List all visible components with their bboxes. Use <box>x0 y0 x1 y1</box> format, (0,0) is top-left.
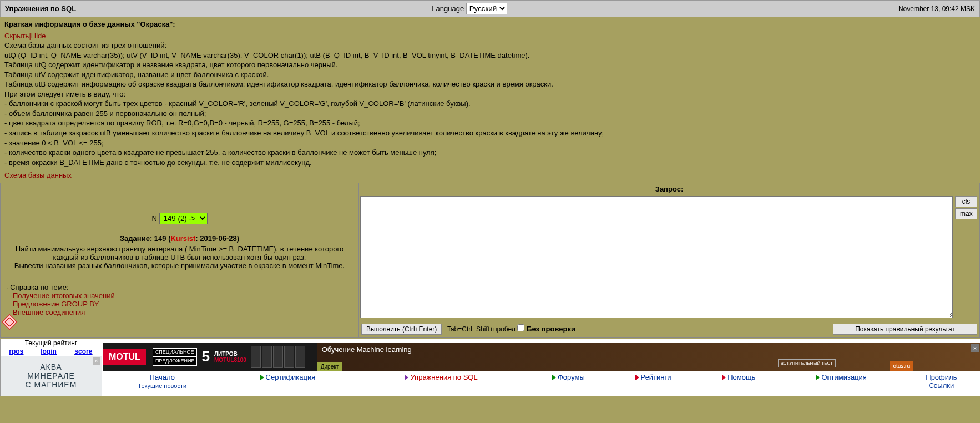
nav-links[interactable]: Ссылки <box>928 381 954 390</box>
shortcut-hint: Tab=Ctrl+Shift+пробел <box>444 325 516 333</box>
close-icon[interactable]: × <box>971 344 979 352</box>
motul-ad[interactable]: MOTUL СПЕЦИАЛЬНОЕ ПРЕДЛОЖЕНИЕ 5 ЛИТРОВ M… <box>103 343 317 371</box>
header-bar: Упражнения по SQL Language Русский Novem… <box>0 0 980 17</box>
max-button[interactable]: max <box>955 208 977 219</box>
query-label: Запрос: <box>359 183 979 195</box>
close-icon[interactable]: × <box>93 357 100 365</box>
nav-ratings[interactable]: Рейтинги <box>641 373 671 381</box>
execute-button[interactable]: Выполнить (Ctrl+Enter) <box>361 324 442 335</box>
nav-sql[interactable]: Упражнения по SQL <box>410 373 477 381</box>
arrow-icon <box>722 375 726 380</box>
db-info-block: Краткая информация о базе данных "Окраск… <box>0 17 980 183</box>
rating-col-score[interactable]: score <box>74 348 92 355</box>
nav-forums[interactable]: Форумы <box>558 373 585 381</box>
references-block: · Справка по теме: Получение итоговых зн… <box>2 281 357 316</box>
task-header: Задание: 149 (Kursist: 2019-06-28) <box>2 234 357 243</box>
arrow-icon <box>816 375 820 380</box>
db-info-text: Схема базы данных состоит из трех отноше… <box>4 41 976 167</box>
nav-opt[interactable]: Оптимизация <box>821 373 867 381</box>
arrow-icon <box>552 375 556 380</box>
arrow-icon <box>260 375 264 380</box>
nocheck-checkbox[interactable] <box>517 324 524 331</box>
rating-col-login[interactable]: login <box>41 348 57 355</box>
schema-link[interactable]: Схема базы данных <box>4 170 72 180</box>
language-label: Language <box>432 4 464 13</box>
page-title: Упражнения по SQL <box>1 1 248 17</box>
rating-title: Текущий рейтинг <box>1 339 102 347</box>
datetime: November 13, 09:42 MSK <box>691 1 980 17</box>
execute-cell: Выполнить (Ctrl+Enter) Tab=Ctrl+Shift+пр… <box>359 321 728 337</box>
arrow-icon <box>405 375 408 380</box>
nav-cert[interactable]: Сертификация <box>266 373 316 381</box>
query-panel: Запрос: cls max Выполнить (Ctrl+Enter) T… <box>359 183 980 337</box>
nav-help[interactable]: Помощь <box>728 373 755 381</box>
task-author: Kursist <box>170 234 195 243</box>
nav-home[interactable]: Начало <box>150 373 175 381</box>
work-area: N 149 (2) -> Задание: 149 (Kursist: 2019… <box>0 183 980 338</box>
otus-ad[interactable]: × Обучение Machine learning ВСТУПИТЕЛЬНЫ… <box>317 343 980 371</box>
ref-link-1[interactable]: Получение итоговых значений <box>13 291 115 300</box>
n-label: N <box>151 214 156 223</box>
query-textarea[interactable] <box>360 196 953 318</box>
nav-bar: Начало Текущие новости Сертификация Упра… <box>103 371 980 392</box>
db-info-heading: Краткая информация о базе данных "Окраск… <box>4 19 976 29</box>
nav-home-sub[interactable]: Текущие новости <box>138 382 186 389</box>
rating-col-rpos[interactable]: rpos <box>9 348 23 355</box>
ref-link-2[interactable]: Предложение GROUP BY <box>13 300 99 308</box>
show-correct-button[interactable]: Показать правильный результат <box>833 324 977 335</box>
language-select[interactable]: Русский <box>466 3 507 14</box>
nav-profile[interactable]: Профиль <box>926 373 957 381</box>
aqua-ad[interactable]: × АКВА МИНЕРАЛЕ С МАГНИЕМ <box>1 356 102 396</box>
arrow-icon <box>635 375 639 380</box>
hide-link[interactable]: Скрыть|Hide <box>4 32 46 40</box>
db-diagram-icon[interactable] <box>2 314 17 330</box>
problem-select[interactable]: 149 (2) -> <box>159 213 208 224</box>
task-panel: N 149 (2) -> Задание: 149 (Kursist: 2019… <box>1 183 359 337</box>
language-cell: Language Русский <box>248 1 691 17</box>
bottom-bar: Текущий рейтинг rpos login score × АКВА … <box>0 339 980 396</box>
task-body: Найти минимальную верхнюю границу интерв… <box>2 243 357 281</box>
ref-link-3[interactable]: Внешние соединения <box>13 308 85 316</box>
rating-box: Текущий рейтинг rpos login score × АКВА … <box>0 339 102 396</box>
nocheck-label: Без проверки <box>527 325 575 333</box>
cls-button[interactable]: cls <box>955 196 977 207</box>
